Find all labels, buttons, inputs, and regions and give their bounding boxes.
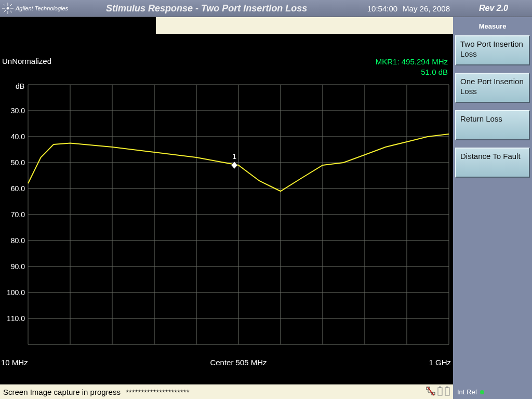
clock-time: 10:54:00 (362, 4, 403, 13)
x-center-label: Center 505 MHz (210, 358, 267, 367)
svg-line-6 (10, 10, 12, 12)
y-tick: 70.0 (11, 210, 25, 219)
status-message: Screen Image capture in progress (3, 388, 121, 396)
svg-line-7 (10, 4, 12, 6)
softkey-one-port-insertion-loss[interactable]: One Port Insertion Loss (455, 73, 530, 103)
y-tick: 50.0 (11, 158, 25, 167)
status-right: Int Ref (453, 384, 532, 399)
y-tick: 100.0 (7, 288, 25, 297)
firmware-rev: Rev 2.0 (455, 4, 532, 13)
status-bar: Screen Image capture in progress *******… (0, 384, 532, 399)
status-progress-stars: ********************* (126, 388, 190, 396)
softkey-panel: Measure Two Port Insertion Loss One Port… (453, 17, 532, 384)
page-title: Stimulus Response - Two Port Insertion L… (101, 3, 362, 14)
y-tick: 40.0 (11, 132, 25, 141)
svg-rect-36 (445, 388, 449, 395)
status-left: Screen Image capture in progress *******… (0, 384, 453, 399)
agilent-logo-icon (2, 3, 14, 14)
reference-label: Int Ref (457, 388, 477, 396)
reference-status-icon (480, 390, 484, 394)
clock-date: May 26, 2008 (403, 4, 455, 13)
plot-area: UnNormalized MKR1: 495.294 MHz 51.0 dB (0, 17, 453, 384)
chart-canvas[interactable]: dB 30.0 40.0 50.0 60.0 70.0 80.0 90.0 10… (0, 54, 453, 369)
svg-rect-34 (438, 388, 442, 395)
x-end-label: 1 GHz (429, 358, 451, 367)
active-tab[interactable] (0, 17, 156, 34)
softkey-section-label: Measure (453, 17, 532, 33)
title-bar: Agilent Technologies Stimulus Response -… (0, 0, 532, 17)
network-icon (426, 386, 435, 398)
svg-line-5 (4, 4, 6, 6)
y-tick: 80.0 (11, 236, 25, 245)
svg-line-8 (4, 10, 6, 12)
battery-icon (437, 386, 443, 398)
brand-text: Agilent Technologies (16, 5, 68, 11)
y-tick: 60.0 (11, 184, 25, 193)
battery-icon-2 (445, 386, 450, 398)
y-tick: 30.0 (11, 107, 25, 115)
marker-1-label: 1 (232, 152, 236, 161)
softkey-two-port-insertion-loss[interactable]: Two Port Insertion Loss (455, 35, 530, 65)
brand-block: Agilent Technologies (0, 3, 101, 14)
softkey-return-loss[interactable]: Return Loss (455, 110, 530, 140)
svg-point-0 (7, 7, 9, 9)
y-unit-label: dB (16, 82, 24, 90)
y-tick: 110.0 (7, 314, 25, 323)
y-tick: 90.0 (11, 262, 25, 271)
softkey-distance-to-fault[interactable]: Distance To Fault (455, 148, 530, 178)
x-start-label: 10 MHz (1, 358, 28, 367)
